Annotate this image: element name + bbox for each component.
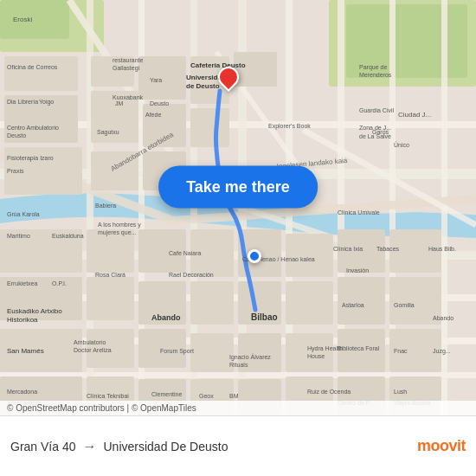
- destination-marker: [218, 67, 239, 87]
- svg-text:Clínica Umivale: Clínica Umivale: [338, 209, 380, 215]
- svg-text:Ambulatorio: Ambulatorio: [74, 339, 106, 345]
- svg-text:Bilbao: Bilbao: [251, 312, 278, 322]
- moovit-logo: moovit: [417, 437, 466, 455]
- svg-text:Kuoxabank: Kuoxabank: [113, 94, 144, 100]
- svg-text:Grúa Karola: Grúa Karola: [7, 211, 40, 217]
- svg-text:Fisioterapia Izaro: Fisioterapia Izaro: [7, 155, 54, 162]
- take-me-there-button[interactable]: Take me there: [158, 166, 318, 209]
- svg-text:Haus Bilb.: Haus Bilb.: [428, 246, 456, 252]
- svg-text:Maritimo: Maritimo: [7, 233, 30, 239]
- svg-rect-45: [87, 277, 134, 320]
- svg-text:A los hombres y: A los hombres y: [98, 222, 141, 228]
- svg-text:Invasión: Invasión: [346, 267, 369, 273]
- route-destination: Universidad De Deusto: [104, 440, 228, 453]
- svg-text:de La Salve: de La Salve: [359, 133, 391, 139]
- svg-text:Clínica Teknibai: Clínica Teknibai: [87, 393, 129, 399]
- svg-text:Astarloa: Astarloa: [342, 302, 364, 308]
- svg-text:Yara: Yara: [150, 77, 162, 83]
- svg-rect-47: [190, 281, 234, 325]
- svg-text:Clínica Ixia: Clínica Ixia: [333, 246, 363, 252]
- svg-text:Lush: Lush: [394, 389, 407, 395]
- map-view: Eroski Oficina de Correos Dia Librería Y…: [0, 0, 476, 415]
- svg-text:Rael Decoración: Rael Decoración: [169, 272, 214, 278]
- svg-rect-38: [87, 229, 134, 273]
- svg-rect-24: [4, 56, 78, 91]
- svg-text:Mercadona: Mercadona: [7, 389, 37, 395]
- svg-rect-33: [190, 108, 229, 147]
- svg-text:Guardia Civil: Guardia Civil: [359, 107, 395, 113]
- svg-text:Clementine: Clementine: [151, 391, 183, 397]
- svg-text:Oficina de Correos: Oficina de Correos: [7, 64, 58, 70]
- svg-text:Yoigo: Yoigo: [39, 99, 54, 106]
- svg-rect-50: [338, 277, 385, 325]
- svg-text:Euskalduna: Euskalduna: [52, 233, 84, 239]
- svg-text:Gomilla: Gomilla: [394, 302, 415, 308]
- svg-text:Centro Ambulatorio: Centro Ambulatorio: [7, 125, 59, 131]
- svg-text:Deusto: Deusto: [7, 132, 26, 138]
- svg-rect-54: [190, 333, 234, 372]
- svg-text:Babiera: Babiera: [95, 203, 116, 209]
- svg-text:Forum Sport: Forum Sport: [160, 348, 194, 355]
- copyright-bar: © OpenStreetMap contributors | © OpenMap…: [0, 401, 476, 415]
- svg-text:Ciudad J...: Ciudad J...: [398, 111, 431, 119]
- svg-text:Parque de: Parque de: [359, 64, 387, 71]
- svg-text:Juzg...: Juzg...: [433, 348, 451, 355]
- svg-text:San Mamés: San Mamés: [7, 347, 44, 355]
- svg-text:Abando: Abando: [151, 313, 181, 322]
- svg-text:JM: JM: [115, 100, 124, 106]
- svg-text:Afede: Afede: [145, 112, 161, 118]
- route-origin: Gran Vía 40: [10, 440, 76, 453]
- svg-text:Errukietxea: Errukietxea: [7, 280, 38, 286]
- svg-text:Abando: Abando: [433, 315, 453, 321]
- origin-dot: [248, 249, 261, 263]
- svg-text:Geox: Geox: [199, 393, 214, 399]
- svg-text:Sagutxu: Sagutxu: [97, 129, 119, 136]
- copyright-text: © OpenStreetMap contributors | © OpenMap…: [7, 403, 196, 413]
- svg-text:Biblioteca Foral: Biblioteca Foral: [338, 345, 380, 351]
- svg-text:Ruiz de Ocenda: Ruiz de Ocenda: [307, 389, 351, 395]
- svg-text:Ignacio Álvarez: Ignacio Álvarez: [229, 353, 271, 361]
- bottom-bar: Gran Vía 40 → Universidad De Deusto moov…: [0, 415, 476, 476]
- route-arrow: →: [83, 439, 97, 454]
- svg-text:Merenderos: Merenderos: [359, 72, 392, 78]
- svg-text:House: House: [307, 353, 325, 359]
- svg-rect-1: [0, 0, 69, 39]
- svg-text:Praxis: Praxis: [7, 168, 24, 174]
- route-info: Gran Vía 40 → Universidad De Deusto: [10, 439, 417, 454]
- svg-rect-49: [286, 281, 333, 325]
- svg-text:Dia  Librería: Dia Librería: [7, 99, 38, 105]
- svg-text:Eroski: Eroski: [13, 16, 32, 23]
- svg-rect-42: [286, 234, 333, 277]
- svg-text:Historikoa: Historikoa: [7, 316, 38, 324]
- svg-text:Cafe Naiara: Cafe Naiara: [169, 250, 201, 256]
- svg-rect-32: [234, 52, 277, 87]
- svg-text:Fnac: Fnac: [394, 348, 408, 354]
- svg-text:restaurante: restaurante: [113, 57, 144, 63]
- svg-text:Rosa Clará: Rosa Clará: [95, 272, 125, 278]
- svg-text:O.P.I.: O.P.I.: [52, 280, 67, 286]
- svg-text:Explorer's Book: Explorer's Book: [268, 123, 311, 130]
- svg-rect-28: [138, 56, 186, 100]
- svg-text:mujeres que...: mujeres que...: [98, 229, 136, 236]
- svg-text:Tabaces: Tabaces: [376, 246, 400, 252]
- svg-text:de Deusto: de Deusto: [186, 82, 220, 90]
- svg-text:Rituals: Rituals: [229, 362, 248, 368]
- svg-text:Zona de J...: Zona de J...: [359, 125, 391, 131]
- destination-pin: [214, 62, 243, 92]
- svg-text:Doctor Areliza: Doctor Areliza: [74, 347, 112, 353]
- svg-text:Deusto: Deusto: [150, 100, 169, 106]
- svg-text:BM: BM: [229, 393, 239, 399]
- moovit-brand: moovit: [417, 437, 466, 455]
- svg-text:Euskadiko Artxibo: Euskadiko Artxibo: [7, 307, 62, 315]
- svg-text:Gallastegi: Gallastegi: [113, 65, 140, 72]
- svg-text:Único: Único: [394, 141, 409, 148]
